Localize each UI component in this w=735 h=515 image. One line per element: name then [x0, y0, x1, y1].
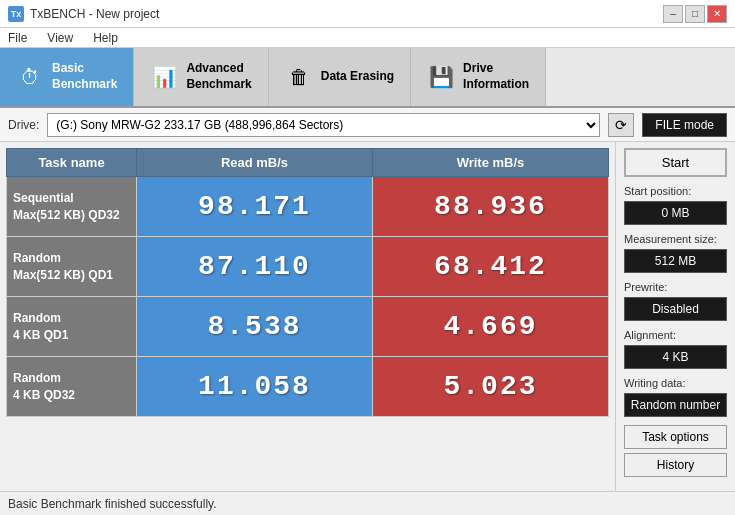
col-task: Task name — [7, 149, 137, 177]
app-icon: Tx — [8, 6, 24, 22]
right-panel: Start Start position: 0 MB Measurement s… — [615, 142, 735, 491]
writing-data-value[interactable]: Random number — [624, 393, 727, 417]
maximize-button[interactable]: □ — [685, 5, 705, 23]
write-cell-3: 5.023 — [373, 357, 609, 417]
close-button[interactable]: ✕ — [707, 5, 727, 23]
read-value-2: 8.538 — [143, 301, 366, 352]
drive-label: Drive: — [8, 118, 39, 132]
tab-advanced-label: AdvancedBenchmark — [186, 61, 251, 92]
tab-erase-label: Data Erasing — [321, 69, 394, 85]
write-cell-2: 4.669 — [373, 297, 609, 357]
read-value-1: 87.110 — [143, 241, 366, 292]
measurement-size-label: Measurement size: — [624, 233, 727, 245]
task-cell-1: RandomMax(512 KB) QD1 — [7, 237, 137, 297]
table-row: Random4 KB QD18.5384.669 — [7, 297, 609, 357]
task-cell-3: Random4 KB QD32 — [7, 357, 137, 417]
write-value-3: 5.023 — [379, 361, 602, 412]
read-value-0: 98.171 — [143, 181, 366, 232]
read-cell-3: 11.058 — [137, 357, 373, 417]
benchmark-table: Task name Read mB/s Write mB/s Sequentia… — [6, 148, 609, 417]
col-write: Write mB/s — [373, 149, 609, 177]
advanced-benchmark-icon: 📊 — [150, 63, 178, 91]
start-button[interactable]: Start — [624, 148, 727, 177]
alignment-value[interactable]: 4 KB — [624, 345, 727, 369]
read-cell-0: 98.171 — [137, 177, 373, 237]
tab-basic-benchmark[interactable]: ⏱ BasicBenchmark — [0, 48, 134, 106]
window-title: TxBENCH - New project — [30, 7, 159, 21]
status-text: Basic Benchmark finished successfully. — [8, 497, 217, 511]
read-cell-2: 8.538 — [137, 297, 373, 357]
tab-drive-information[interactable]: 💾 DriveInformation — [411, 48, 546, 106]
menu-help[interactable]: Help — [89, 30, 122, 46]
col-read: Read mB/s — [137, 149, 373, 177]
drive-select[interactable]: (G:) Sony MRW-G2 233.17 GB (488,996,864 … — [47, 113, 600, 137]
write-cell-0: 88.936 — [373, 177, 609, 237]
start-position-value[interactable]: 0 MB — [624, 201, 727, 225]
menu-bar: File View Help — [0, 28, 735, 48]
drive-bar: Drive: (G:) Sony MRW-G2 233.17 GB (488,9… — [0, 108, 735, 142]
title-bar-left: Tx TxBENCH - New project — [8, 6, 159, 22]
tab-data-erasing[interactable]: 🗑 Data Erasing — [269, 48, 411, 106]
menu-view[interactable]: View — [43, 30, 77, 46]
menu-file[interactable]: File — [4, 30, 31, 46]
history-button[interactable]: History — [624, 453, 727, 477]
writing-data-label: Writing data: — [624, 377, 727, 389]
prewrite-label: Prewrite: — [624, 281, 727, 293]
alignment-label: Alignment: — [624, 329, 727, 341]
title-bar-controls[interactable]: – □ ✕ — [663, 5, 727, 23]
status-bar: Basic Benchmark finished successfully. — [0, 491, 735, 515]
table-row: SequentialMax(512 KB) QD3298.17188.936 — [7, 177, 609, 237]
read-value-3: 11.058 — [143, 361, 366, 412]
drive-information-icon: 💾 — [427, 63, 455, 91]
write-value-2: 4.669 — [379, 301, 602, 352]
read-cell-1: 87.110 — [137, 237, 373, 297]
basic-benchmark-icon: ⏱ — [16, 63, 44, 91]
tab-drive-label: DriveInformation — [463, 61, 529, 92]
write-value-1: 68.412 — [379, 241, 602, 292]
start-position-label: Start position: — [624, 185, 727, 197]
table-row: Random4 KB QD3211.0585.023 — [7, 357, 609, 417]
write-value-0: 88.936 — [379, 181, 602, 232]
drive-refresh-button[interactable]: ⟳ — [608, 113, 634, 137]
task-cell-0: SequentialMax(512 KB) QD32 — [7, 177, 137, 237]
write-cell-1: 68.412 — [373, 237, 609, 297]
tab-basic-label: BasicBenchmark — [52, 61, 117, 92]
benchmark-area: Task name Read mB/s Write mB/s Sequentia… — [0, 142, 615, 491]
prewrite-value[interactable]: Disabled — [624, 297, 727, 321]
task-cell-2: Random4 KB QD1 — [7, 297, 137, 357]
measurement-size-value[interactable]: 512 MB — [624, 249, 727, 273]
file-mode-button[interactable]: FILE mode — [642, 113, 727, 137]
task-options-button[interactable]: Task options — [624, 425, 727, 449]
data-erasing-icon: 🗑 — [285, 63, 313, 91]
main-area: Task name Read mB/s Write mB/s Sequentia… — [0, 142, 735, 491]
tab-advanced-benchmark[interactable]: 📊 AdvancedBenchmark — [134, 48, 268, 106]
table-row: RandomMax(512 KB) QD187.11068.412 — [7, 237, 609, 297]
title-bar: Tx TxBENCH - New project – □ ✕ — [0, 0, 735, 28]
toolbar: ⏱ BasicBenchmark 📊 AdvancedBenchmark 🗑 D… — [0, 48, 735, 108]
minimize-button[interactable]: – — [663, 5, 683, 23]
